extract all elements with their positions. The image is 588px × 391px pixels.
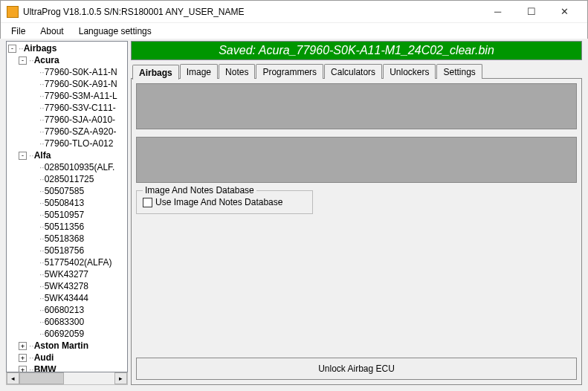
tree-item-acura-6[interactable]: ··77960-TLO-A012 [8, 138, 117, 149]
tree-node-label: Alfa [34, 149, 51, 161]
tree-root-airbags[interactable]: -··Airbags [8, 42, 117, 54]
tree-hscrollbar[interactable]: ◂ ▸ [6, 372, 128, 385]
tab-page-airbags: Image And Notes Database Use Image And N… [131, 78, 582, 385]
preview-box-1 [136, 83, 577, 129]
tree-item-alfa-9[interactable]: ··5WK43277 [8, 268, 117, 280]
tree-node-label: 77960-S3V-C111- [45, 102, 116, 114]
tree-item-alfa-5[interactable]: ··50511356 [8, 221, 117, 233]
tree-node-label: 5WK43278 [45, 280, 88, 292]
tab-notes[interactable]: Notes [219, 64, 255, 79]
scroll-right-button[interactable]: ▸ [114, 372, 127, 384]
menu-file[interactable]: File [4, 25, 33, 38]
use-db-checkbox[interactable] [143, 198, 152, 207]
tree-brand-acura[interactable]: -··Acura [8, 54, 117, 66]
tree-item-alfa-3[interactable]: ··50508413 [8, 197, 117, 209]
tree-expander-icon[interactable]: - [8, 45, 16, 53]
tree-node-label: 77960-SJA-A010- [45, 114, 115, 126]
tree-node-label: 50507585 [45, 185, 84, 197]
tree-node-label: Airbags [24, 42, 57, 54]
tree-expander-icon[interactable]: + [19, 354, 27, 362]
tree-item-acura-0[interactable]: ··77960-S0K-A11-N [8, 66, 117, 78]
tree-node-label: Aston Martin [34, 340, 88, 352]
tree-item-alfa-14[interactable]: ··60692059 [8, 328, 117, 340]
tree-node-label: 5WK43277 [45, 268, 88, 280]
window-titlebar: UltraProg V18.1.0.5 S/N:RS180001 ANY_USE… [1, 1, 587, 23]
tree-node-label: 50510957 [45, 209, 84, 221]
tree-node-label: BMW [34, 363, 56, 372]
tab-image[interactable]: Image [180, 64, 218, 79]
menu-about[interactable]: About [33, 25, 71, 38]
unlock-airbag-button[interactable]: Unlock Airbag ECU [136, 358, 577, 380]
tree-item-acura-3[interactable]: ··77960-S3V-C111- [8, 102, 117, 114]
tree-item-alfa-8[interactable]: ··51775402(ALFA) [8, 256, 117, 268]
tab-unlockers[interactable]: Unlockers [383, 64, 436, 79]
tree-node-label: 5WK43444 [45, 292, 88, 304]
device-tree[interactable]: -··Airbags-··Acura··77960-S0K-A11-N··779… [6, 41, 128, 372]
tree-node-label: 60680213 [45, 304, 84, 316]
scroll-left-button[interactable]: ◂ [7, 372, 19, 384]
minimize-button[interactable]: ─ [481, 1, 514, 22]
tree-node-label: 50511356 [45, 221, 84, 233]
tree-node-label: 77960-TLO-A012 [45, 138, 114, 149]
tree-item-alfa-2[interactable]: ··50507585 [8, 185, 117, 197]
tree-node-label: 50518368 [45, 233, 84, 245]
tree-node-label: 60692059 [45, 328, 84, 340]
menu-language[interactable]: Language settings [71, 25, 159, 38]
tree-brand-alfa[interactable]: -··Alfa [8, 149, 117, 161]
tab-programmers[interactable]: Programmers [256, 64, 323, 79]
tree-expander-icon[interactable]: + [19, 342, 27, 350]
tree-item-alfa-0[interactable]: ··0285010935(ALF. [8, 161, 117, 173]
tree-brand-audi[interactable]: +··Audi [8, 352, 117, 363]
tree-item-acura-2[interactable]: ··77960-S3M-A11-L [8, 90, 117, 102]
window-title: UltraProg V18.1.0.5 S/N:RS180001 ANY_USE… [23, 7, 481, 17]
preview-box-2 [136, 137, 577, 183]
tree-node-label: 77960-S0K-A91-N [45, 78, 117, 90]
tree-node-label: 50518756 [45, 245, 84, 256]
tree-item-alfa-7[interactable]: ··50518756 [8, 245, 117, 256]
tree-item-alfa-1[interactable]: ··0285011725 [8, 173, 117, 185]
tab-strip: Airbags Image Notes Programmers Calculat… [131, 62, 582, 79]
tab-settings[interactable]: Settings [436, 64, 482, 79]
tree-node-label: 77960-SZA-A920- [45, 126, 117, 138]
groupbox-title: Image And Notes Database [143, 185, 256, 196]
scroll-thumb[interactable] [19, 372, 64, 384]
tree-node-label: 0285010935(ALF. [45, 161, 115, 173]
tree-node-label: 77960-S0K-A11-N [45, 66, 117, 78]
app-icon [7, 6, 19, 18]
tree-item-acura-1[interactable]: ··77960-S0K-A91-N [8, 78, 117, 90]
tree-item-alfa-10[interactable]: ··5WK43278 [8, 280, 117, 292]
tree-expander-icon[interactable]: + [19, 366, 27, 373]
tree-item-acura-5[interactable]: ··77960-SZA-A920- [8, 126, 117, 138]
tab-calculators[interactable]: Calculators [324, 64, 382, 79]
tree-node-label: Audi [34, 352, 54, 363]
tree-node-label: 60683300 [45, 316, 84, 328]
tree-brand-bmw[interactable]: +··BMW [8, 363, 117, 372]
tree-item-acura-4[interactable]: ··77960-SJA-A010- [8, 114, 117, 126]
tree-item-alfa-12[interactable]: ··60680213 [8, 304, 117, 316]
maximize-button[interactable]: ☐ [514, 1, 548, 22]
tree-item-alfa-6[interactable]: ··50518368 [8, 233, 117, 245]
tree-node-label: 51775402(ALFA) [45, 256, 112, 268]
close-button[interactable]: ✕ [548, 1, 581, 22]
tree-node-label: Acura [34, 54, 59, 66]
tree-node-label: 77960-S3M-A11-L [45, 90, 117, 102]
banner-text: Saved: Acura_77960-S0K-A11-M1_24C02_clea… [219, 44, 494, 57]
use-db-label: Use Image And Notes Database [155, 197, 282, 207]
tree-node-label: 50508413 [45, 197, 84, 209]
status-banner: Saved: Acura_77960-S0K-A11-M1_24C02_clea… [131, 41, 582, 60]
tree-node-label: 0285011725 [45, 173, 94, 185]
tree-item-alfa-4[interactable]: ··50510957 [8, 209, 117, 221]
tree-expander-icon[interactable]: - [19, 56, 27, 65]
tab-airbags[interactable]: Airbags [132, 65, 179, 80]
menu-bar: File About Language settings [1, 23, 587, 39]
tree-item-alfa-13[interactable]: ··60683300 [8, 316, 117, 328]
database-groupbox: Image And Notes Database Use Image And N… [136, 190, 313, 214]
tree-expander-icon[interactable]: - [19, 152, 27, 160]
tree-item-alfa-11[interactable]: ··5WK43444 [8, 292, 117, 304]
tree-brand-aston-martin[interactable]: +··Aston Martin [8, 340, 117, 352]
